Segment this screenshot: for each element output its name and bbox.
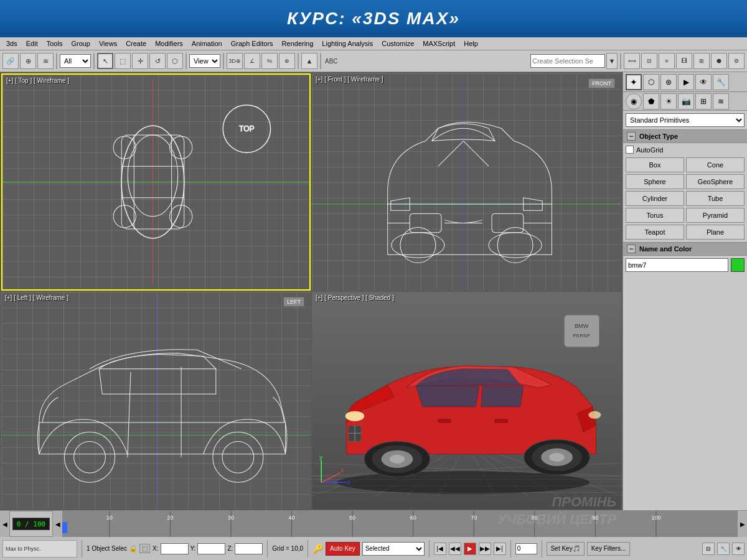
layer-btn[interactable]: ≡ — [659, 53, 675, 69]
prev-frame-btn[interactable]: |◀ — [434, 543, 446, 555]
menu-create[interactable]: Create — [122, 40, 150, 47]
viewport-left[interactable]: [+] [ Left ] [ Wireframe ] LEFT — [1, 292, 311, 509]
object-name-input[interactable] — [626, 258, 728, 272]
frame-input[interactable] — [515, 543, 537, 554]
select-btn[interactable]: ↖ — [97, 53, 113, 69]
menu-customize[interactable]: Customize — [378, 40, 418, 47]
shape-btn[interactable]: ⬟ — [643, 93, 659, 110]
set-key-btn[interactable]: Set Key 🎵 — [547, 542, 585, 556]
utilities-icon-btn[interactable]: 🔧 — [713, 74, 729, 90]
schematic-btn[interactable]: ⊞ — [693, 53, 710, 69]
timeline-scroll-right-left[interactable]: ◀ — [52, 511, 62, 537]
perspective-label: [+] [ Perspective ] [ Shaded ] — [316, 294, 394, 301]
box-btn[interactable]: Box — [626, 157, 684, 172]
render-btn[interactable]: ▲ — [301, 53, 317, 69]
z-input[interactable] — [235, 543, 263, 554]
viewport-top[interactable]: [+] [ Top ] [ Wireframe ] — [1, 73, 311, 291]
move-btn[interactable]: ✛ — [132, 53, 148, 69]
percent-btn[interactable]: % — [261, 53, 278, 69]
auto-key-btn[interactable]: Auto Key — [326, 542, 360, 556]
menu-tools[interactable]: Tools — [43, 40, 67, 47]
menu-modifiers[interactable]: Modifiers — [151, 40, 187, 47]
mirror-btn[interactable]: ⟺ — [624, 53, 640, 69]
y-input[interactable] — [197, 543, 225, 554]
plane-btn[interactable]: Plane — [686, 225, 745, 240]
torus-btn[interactable]: Torus — [626, 208, 684, 223]
status-icon-3[interactable]: 👁 — [732, 543, 745, 555]
light-btn[interactable]: ☀ — [660, 93, 677, 110]
name-color-minus[interactable]: − — [627, 245, 636, 253]
play-btn[interactable]: ▶ — [464, 543, 476, 555]
std-primitives-row: Standard Primitives Extended Primitives … — [623, 111, 747, 129]
rotate-btn[interactable]: ↺ — [149, 53, 166, 69]
svg-point-42 — [222, 441, 254, 473]
menu-edit[interactable]: Edit — [22, 40, 42, 47]
create-icon-btn[interactable]: ✦ — [626, 74, 642, 90]
menu-maxscript[interactable]: MAXScript — [419, 40, 459, 47]
viewport-area: [+] [ Top ] [ Wireframe ] — [0, 72, 622, 510]
next-key-btn[interactable]: ▶▶ — [479, 543, 491, 555]
svg-line-87 — [321, 473, 340, 482]
viewport-front[interactable]: [+] [ Front ] [ Wireframe ] FRONT — [312, 73, 621, 291]
snap-angle-btn[interactable]: ∠ — [244, 53, 260, 69]
snap3-btn[interactable]: ⊕ — [279, 53, 295, 69]
select-region-btn[interactable]: ⬚ — [115, 53, 131, 69]
helper-btn[interactable]: ⊞ — [695, 93, 712, 110]
display-icon-btn[interactable]: 👁 — [695, 74, 712, 90]
menu-animation[interactable]: Animation — [188, 40, 226, 47]
name-color-header[interactable]: − Name and Color — [623, 242, 747, 256]
tube-btn[interactable]: Tube — [686, 191, 745, 206]
selected-dropdown[interactable]: Selected All None — [362, 542, 425, 556]
menu-group[interactable]: Group — [67, 40, 94, 47]
menu-3ds[interactable]: 3ds — [2, 40, 21, 47]
menu-graph-editors[interactable]: Graph Editors — [227, 40, 277, 47]
hierarchy-icon-btn[interactable]: ⊛ — [660, 74, 677, 90]
named-selection-input[interactable] — [530, 54, 605, 68]
filter-all-dropdown[interactable]: All — [60, 54, 91, 68]
svg-text:BMW: BMW — [575, 323, 589, 329]
cylinder-btn[interactable]: Cylinder — [626, 191, 684, 206]
track-btn[interactable]: 🎞 — [676, 53, 692, 69]
next-frame-btn[interactable]: ▶| — [494, 543, 506, 555]
snap-btn[interactable]: 3D⊕ — [227, 53, 243, 69]
viewport-perspective[interactable]: [+] [ Perspective ] [ Shaded ] — [312, 292, 621, 509]
cone-btn[interactable]: Cone — [686, 157, 745, 172]
motion-icon-btn[interactable]: ▶ — [678, 74, 694, 90]
camera-btn[interactable]: 📷 — [678, 93, 694, 110]
x-input[interactable] — [161, 543, 189, 554]
key-filters-btn[interactable]: Key Filters... — [587, 542, 631, 556]
timeline-track[interactable]: 10 20 30 40 50 60 70 80 90 100 — [62, 511, 737, 537]
teapot-btn[interactable]: Teapot — [626, 225, 684, 240]
render-setup-btn[interactable]: ⚙ — [728, 53, 745, 69]
geosphere-btn[interactable]: GeoSphere — [686, 174, 745, 189]
color-swatch[interactable] — [731, 258, 745, 272]
modify-icon-btn[interactable]: ⬡ — [643, 74, 659, 90]
warpspace-btn[interactable]: ≋ — [713, 93, 729, 110]
ref-btn[interactable]: ≋ — [37, 53, 54, 69]
timeline-scroll-right[interactable]: ▶ — [737, 511, 747, 537]
object-type-header[interactable]: − Object Type — [623, 129, 747, 143]
status-icon-1[interactable]: ⊟ — [702, 543, 715, 555]
geom-btn[interactable]: ◉ — [626, 93, 642, 110]
view-dropdown[interactable]: View — [189, 54, 220, 68]
autogrid-checkbox[interactable] — [626, 146, 634, 154]
pyramid-btn[interactable]: Pyramid — [686, 208, 745, 223]
align-btn[interactable]: ⊟ — [641, 53, 657, 69]
object-type-minus[interactable]: − — [627, 132, 636, 141]
selection-btn[interactable]: ⊕ — [20, 53, 36, 69]
sphere-btn[interactable]: Sphere — [626, 174, 684, 189]
named-sel-btn[interactable]: ▼ — [606, 53, 618, 69]
menu-help[interactable]: Help — [460, 40, 482, 47]
material-btn[interactable]: ⬢ — [711, 53, 727, 69]
select-filter-icon: ⬚ — [139, 544, 150, 553]
menu-views[interactable]: Views — [95, 40, 121, 47]
menu-lighting[interactable]: Lighting Analysis — [318, 40, 377, 47]
timeline-counter: 0 / 100 — [12, 518, 50, 530]
std-primitives-dropdown[interactable]: Standard Primitives Extended Primitives … — [626, 113, 745, 127]
link-btn[interactable]: 🔗 — [2, 53, 19, 69]
prev-key-btn[interactable]: ◀◀ — [449, 543, 461, 555]
scale-btn[interactable]: ⬡ — [167, 53, 183, 69]
status-icon-2[interactable]: 🔧 — [717, 543, 730, 555]
timeline-scroll-left[interactable]: ◀ — [0, 511, 10, 537]
menu-rendering[interactable]: Rendering — [278, 40, 317, 47]
